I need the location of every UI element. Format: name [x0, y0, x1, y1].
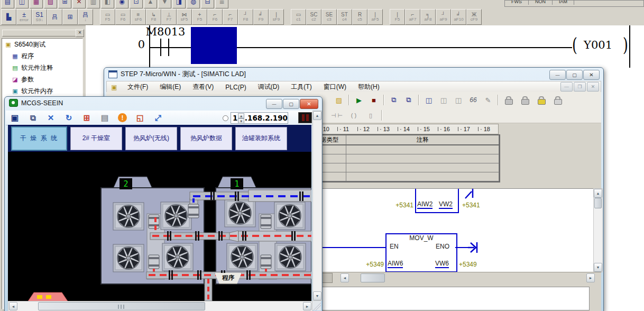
column-header-注释[interactable]: 注释	[346, 135, 499, 144]
gx-ladder-symbol-button[interactable]: ┘aF9	[436, 9, 451, 25]
tools-icon[interactable]: ✕	[44, 112, 57, 124]
gx-ladder-symbol-button[interactable]: |aF5	[367, 9, 383, 25]
menu-文件(F)[interactable]: 文件(F)	[122, 83, 154, 92]
nav-tab-2#干燥室[interactable]: 2# 干燥室	[70, 127, 122, 150]
step7-toolbar-button[interactable]: 66	[466, 94, 480, 106]
gx-ladder-symbol-button[interactable]: ╕aF8	[420, 9, 436, 25]
gx-ladder-symbol-button[interactable]: ┘F8	[238, 9, 253, 25]
step7-toolbar-button[interactable]: ◫	[452, 94, 465, 106]
tab-scroll-left-icon[interactable]: ◄	[341, 273, 349, 282]
fan-icon[interactable]	[227, 243, 257, 271]
windows-icon[interactable]: ⧉	[26, 112, 39, 124]
gx-ladder-symbol-button[interactable]: STc4	[337, 9, 352, 25]
network-icon[interactable]: ◱	[134, 112, 146, 124]
gx-toolbar-button[interactable]: ⊟	[201, 0, 214, 8]
radio-indicator[interactable]	[223, 115, 228, 121]
gx-toolbar-button[interactable]: ◫	[15, 0, 29, 8]
step7-toolbar-button[interactable]: ◫	[437, 94, 450, 106]
gx-ladder-symbol-button[interactable]: ⌐aF7	[405, 9, 420, 25]
gx-ladder-symbol-button[interactable]: ≡sF6	[131, 9, 146, 25]
gx-ladder-symbol-button[interactable]: SEc3	[321, 9, 337, 25]
menu-帮助(H)[interactable]: 帮助(H)	[352, 83, 385, 92]
spinner-control[interactable]: ▲▼	[238, 113, 244, 123]
tree-item-程序[interactable]: ▦程序	[2, 50, 82, 62]
scrollbar-thumb[interactable]	[594, 198, 602, 208]
table-cell[interactable]	[346, 163, 499, 172]
gx-ladder-symbol-button[interactable]: Rc5	[352, 9, 367, 25]
gx-toolbar-button[interactable]: ▦	[30, 0, 43, 8]
close-button[interactable]	[300, 99, 318, 109]
mdi-minimize-button[interactable]: —	[560, 82, 573, 92]
pause-indicator-icon[interactable]	[298, 112, 312, 123]
mcgs-vertical-scrollbar[interactable]: ▲ ▼	[312, 111, 322, 301]
alert-icon[interactable]: !	[118, 113, 127, 122]
scroll-up-icon[interactable]: ▲	[594, 189, 602, 198]
printer-icon[interactable]: ▤	[98, 112, 111, 124]
nav-tab-干燥系统[interactable]: 干 燥 系 统	[11, 126, 67, 151]
gx-ladder-symbol-button[interactable]: ⌐F7	[223, 9, 238, 25]
gx-ladder-symbol-button[interactable]: ▭c1	[291, 9, 306, 25]
lock-icon[interactable]	[521, 99, 529, 105]
step7-toolbar-button[interactable]: ⧉	[402, 94, 416, 106]
gx-toolbar-button[interactable]: ◨	[172, 0, 186, 8]
gx-ladder-symbol-button[interactable]: ▙	[1, 9, 16, 25]
valve-icon[interactable]	[149, 215, 159, 228]
gx-toolbar-button[interactable]: ≣	[215, 0, 228, 8]
menu-编辑(E)[interactable]: 编辑(E)	[154, 83, 187, 92]
step7-toolbar-button[interactable]: ◫	[422, 94, 436, 106]
valve-icon[interactable]	[149, 255, 159, 269]
tab-scrollbar-thumb[interactable]	[361, 273, 385, 282]
table-cell[interactable]	[346, 145, 499, 154]
gx-ladder-symbol-button[interactable]: |F5	[390, 9, 405, 25]
minimize-button[interactable]	[266, 99, 282, 109]
gx-toolbar-button[interactable]: ▥	[87, 0, 100, 8]
gx-ladder-symbol-button[interactable]: ▭F6	[115, 9, 131, 25]
scroll-left-icon[interactable]: ◄	[9, 302, 17, 310]
windows-logo-icon[interactable]: ⊞	[80, 112, 93, 124]
fan-icon[interactable]	[113, 244, 144, 272]
maximize-button[interactable]	[566, 70, 583, 80]
step7-titlebar[interactable]: STEP 7-Micro/WIN - 测试 - [SIMATIC LAD]	[108, 70, 246, 79]
gx-ladder-symbol-button[interactable]: +F5	[192, 9, 207, 25]
mcgs-titlebar[interactable]: MCGS-SEEIN	[9, 99, 63, 107]
gx-toolbar-button[interactable]: ⊡	[130, 0, 143, 8]
scroll-down-icon[interactable]: ▼	[313, 291, 321, 300]
ladder-element-button[interactable]: ⊣ ⊢	[329, 109, 345, 122]
monitor-icon[interactable]: ▣	[8, 112, 21, 124]
gx-toolbar-button[interactable]: ▨	[44, 0, 57, 8]
tree-item-软元件注释[interactable]: ▤软元件注释	[2, 62, 82, 74]
gx-toolbar-button[interactable]: ⊞	[58, 0, 71, 8]
maximize-button[interactable]	[283, 99, 299, 109]
menu-工具(T)[interactable]: 工具(T)	[285, 83, 317, 92]
gx-ladder-symbol-button[interactable]: SCc2	[306, 9, 321, 25]
tab-程序[interactable]: 程序	[215, 273, 242, 284]
ladder-element-button[interactable]: ( )	[346, 109, 362, 122]
menu-PLC(P)[interactable]: PLC(P)	[219, 84, 252, 91]
nav-tab-热风炉(无线)[interactable]: 热风炉(无线)	[125, 127, 177, 150]
scroll-up-icon[interactable]: ▲	[313, 111, 321, 120]
ladder-selection-cursor[interactable]	[191, 27, 237, 64]
gx-ladder-symbol-button[interactable]: |sF9	[269, 9, 284, 25]
nav-tab-热风炉数据[interactable]: 热风炉数据	[180, 127, 232, 150]
tab-scroll-right-icon[interactable]: ►	[586, 273, 595, 282]
gx-toolbar-button[interactable]: ▤	[1, 0, 14, 8]
scrollbar-thumb[interactable]	[38, 302, 205, 310]
gx-ladder-symbol-button[interactable]: ⊥F7	[161, 9, 177, 25]
close-icon[interactable]: ×	[76, 29, 84, 37]
gx-ladder-symbol-button[interactable]: S1S9↓	[32, 9, 47, 25]
fan-icon[interactable]	[113, 203, 144, 230]
gx-ladder-symbol-button[interactable]: ╛aF10	[451, 9, 466, 25]
valve-icon[interactable]	[188, 204, 199, 218]
gx-toolbar-button[interactable]: ▼	[158, 0, 171, 8]
gx-ladder-symbol-button[interactable]: 吕	[47, 9, 62, 25]
menu-查看(V)[interactable]: 查看(V)	[187, 83, 219, 92]
gx-ladder-symbol-button[interactable]: ЖcF9	[466, 9, 482, 25]
gx-ladder-symbol-button[interactable]: 吕↓	[78, 9, 93, 25]
mcgs-horizontal-scrollbar[interactable]: ◄ ►	[8, 301, 312, 311]
step7-toolbar-button[interactable]: ⧉	[387, 94, 401, 106]
fan-icon[interactable]	[225, 199, 255, 227]
scroll-down-icon[interactable]: ▼	[594, 263, 602, 272]
menu-调试(D)[interactable]: 调试(D)	[252, 83, 286, 92]
minimize-button[interactable]	[549, 70, 566, 80]
ladder-vertical-scrollbar[interactable]: ▲ ▼	[593, 188, 603, 272]
